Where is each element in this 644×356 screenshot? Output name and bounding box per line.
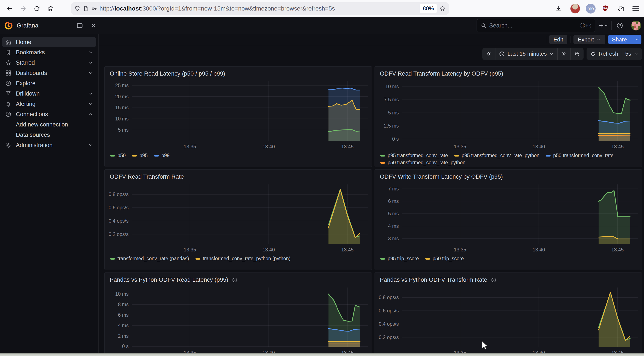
extensions-puzzle-icon[interactable] [615,3,627,15]
url-text[interactable]: http://localhost:3000/?orgId=1&from=now-… [100,5,418,12]
reload-icon[interactable] [31,3,43,15]
chevron-up-icon[interactable] [88,112,93,117]
sidebar-item-explore[interactable]: Explore [2,78,96,88]
time-shift-forward-button[interactable] [558,48,570,60]
sidebar-item-starred[interactable]: Starred [2,58,96,68]
refresh-button[interactable]: Refresh [586,48,622,60]
chart-svg[interactable]: 7 ms6 ms5 ms4 ms3 ms13:3513:4013:45 [378,183,639,254]
chevron-down-icon[interactable] [88,70,93,76]
sidebar-item-bookmarks[interactable]: Bookmarks [2,48,96,57]
add-new-icon[interactable] [598,20,608,31]
downloads-icon[interactable] [553,3,565,15]
ublock-extension-icon[interactable]: uO [601,5,609,13]
chevron-down-icon[interactable] [88,91,93,96]
sidebar-item-label: Drilldown [16,90,84,97]
legend-item[interactable]: p50 transformed_conv_rate_python [380,160,466,165]
chevron-down-icon[interactable] [88,50,93,55]
chevron-down-icon[interactable] [88,60,93,65]
dashboard-panel: ODFV Read Transform Latency by ODFV (p95… [374,66,642,167]
dashboard-panel: Pandas vs Python ODFV Transform Rate0.8 … [374,272,642,356]
share-button-label[interactable]: Share [608,35,631,44]
legend-item[interactable]: p50 [110,153,126,158]
y-tick-label: 5 ms [118,127,129,133]
legend-item[interactable]: p50 trip_score [425,256,464,262]
series-area [598,135,630,141]
zoom-out-time-button[interactable] [570,48,584,60]
legend-item[interactable]: p95 transformed_conv_rate_python [454,153,540,158]
legend-item[interactable]: transformed_conv_rate (pandas) [110,256,189,262]
close-sidebar-icon[interactable] [88,20,98,31]
legend-swatch-icon [110,155,115,156]
panel-title[interactable]: Pandas vs Python ODFV Read Latency (p95) [110,277,228,283]
legend-item[interactable]: p95 [132,153,148,158]
home-icon[interactable] [44,3,56,15]
sidebar-item-dashboards[interactable]: Dashboards [2,68,96,78]
info-icon[interactable] [491,277,497,283]
info-icon[interactable] [232,277,238,283]
refresh-interval-picker[interactable]: 5s [622,48,642,60]
legend-item[interactable]: transformed_conv_rate_python (python) [196,256,290,262]
sidebar-item-administration[interactable]: Administration [2,140,96,150]
sidebar-item-label: Administration [16,142,84,149]
y-tick-label: 4 ms [118,323,129,328]
chart-svg[interactable]: 0.8 ops/s0.6 ops/s0.4 ops/s0.2 ops/s13:3… [378,286,639,356]
page-info-icon[interactable] [83,6,89,12]
panel-title[interactable]: Pandas vs Python ODFV Transform Rate [380,277,487,283]
sidebar-item-connections[interactable]: Connections [2,109,96,119]
time-shift-back-button[interactable] [482,48,495,60]
time-range-picker[interactable]: Last 15 minutes [495,48,558,60]
chart-svg[interactable]: 10 ms7.5 ms5 ms2.5 ms0 s13:3513:4013:45 [378,80,639,151]
grafana-logo[interactable] [4,21,13,30]
edit-button[interactable]: Edit [549,35,568,44]
password-key-icon[interactable] [91,5,97,12]
export-button[interactable]: Export [574,35,605,44]
sidebar-item-add-new-connection[interactable]: Add new connection [2,120,96,129]
search-icon [481,23,487,29]
y-tick-label: 10 ms [115,291,129,297]
y-tick-label: 4 ms [388,223,399,229]
panel-title[interactable]: Online Store Read Latency (p50 / p95 / p… [110,70,225,77]
legend-item[interactable]: p95 trip_score [380,256,419,262]
forward-icon[interactable] [17,3,29,15]
chevron-down-icon[interactable] [88,101,93,106]
panel-header: Pandas vs Python ODFV Transform Rate [380,277,638,283]
grid-icon [5,70,12,76]
share-button[interactable]: Share [608,35,642,44]
share-menu-caret[interactable] [633,35,642,44]
me-extension-icon[interactable]: me [586,4,596,14]
y-tick-label: 10 ms [115,116,129,121]
panel-title[interactable]: ODFV Read Transform Rate [110,173,184,180]
zoom-level-badge[interactable]: 80% [420,4,437,13]
sidebar-item-alerting[interactable]: Alerting [2,99,96,109]
panel-title[interactable]: ODFV Write Transform Latency by ODFV (p9… [380,173,503,180]
sidebar-item-data-sources[interactable]: Data sources [2,130,96,140]
legend-swatch-icon [196,258,200,260]
panel-header: Pandas vs Python ODFV Read Latency (p95) [110,277,368,283]
dashboard-panel: Online Store Read Latency (p50 / p95 / p… [104,66,372,167]
chart-svg[interactable]: 0.8 ops/s0.6 ops/s0.4 ops/s0.2 ops/s13:3… [108,183,369,254]
legend-item[interactable]: p95 transformed_conv_rate [380,153,448,158]
sidebar-item-drilldown[interactable]: Drilldown [2,89,96,99]
back-icon[interactable] [4,3,16,15]
url-bar[interactable]: http://localhost:3000/?orgId=1&from=now-… [71,2,449,15]
search-input[interactable]: Search... ⌘+k [476,19,595,32]
y-tick-label: 0.2 ops/s [379,334,399,340]
time-picker-group: Last 15 minutes [482,48,584,60]
time-range-label: Last 15 minutes [508,51,547,57]
dock-sidebar-icon[interactable] [74,20,85,31]
help-icon[interactable] [615,20,625,31]
browser-menu-icon[interactable] [632,6,639,11]
panel-title[interactable]: ODFV Read Transform Latency by ODFV (p95… [380,70,503,77]
sidebar-item-home[interactable]: Home [2,37,96,47]
user-avatar[interactable] [631,21,641,31]
legend-item[interactable]: p99 [154,153,170,158]
nav-right-cluster: Search... ⌘+k [476,19,641,32]
chevron-down-icon[interactable] [88,142,93,148]
home-icon [5,39,12,45]
browser-profile-avatar[interactable] [570,4,580,14]
bookmark-star-icon[interactable] [439,5,446,12]
chart-svg[interactable]: 25 ms20 ms15 ms10 ms5 ms13:3513:4013:45 [108,80,369,151]
chart-svg[interactable]: 10 ms8 ms6 ms4 ms2 ms0 s13:3513:4013:45 [108,286,369,356]
tracking-shield-icon[interactable] [74,5,80,12]
legend-item[interactable]: p50 transformed_conv_rate [546,153,613,158]
